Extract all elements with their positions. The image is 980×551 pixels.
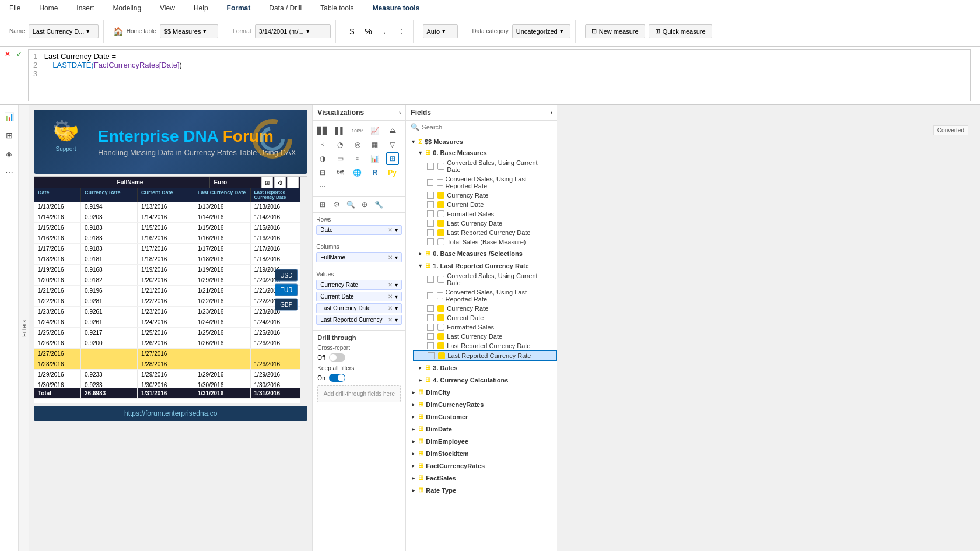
name-control[interactable]: Last Currency D... ▾ bbox=[29, 24, 99, 38]
field-formatted-sales-base[interactable]: Formatted Sales bbox=[413, 209, 557, 219]
menu-data-drill[interactable]: Data / Drill bbox=[264, 2, 306, 15]
formula-cancel-icon[interactable]: ✕ bbox=[5, 50, 14, 59]
group-dimcurrencyrates-header[interactable]: ► ⊞ DimCurrencyRates bbox=[406, 399, 557, 410]
fields-search-bar[interactable]: 🔍 bbox=[406, 121, 557, 134]
columns-field-item[interactable]: FullName ✕ ▾ bbox=[316, 252, 402, 262]
field-checkbox[interactable] bbox=[427, 238, 434, 245]
viz-bar-chart-icon[interactable]: ▊▊ bbox=[316, 124, 329, 137]
field-last-reported-currency-date-2[interactable]: Last Reported Currency Date bbox=[413, 341, 557, 350]
home-table-control[interactable]: $$ Measures ▾ bbox=[160, 24, 218, 38]
field-currency-rate-2[interactable]: Currency Rate bbox=[413, 304, 557, 313]
group-dates-header[interactable]: ► ⊞ 3. Dates bbox=[413, 362, 557, 373]
field-checkbox[interactable] bbox=[427, 192, 434, 199]
viz-pie-icon[interactable]: ◔ bbox=[334, 138, 346, 151]
rows-field-dropdown-icon[interactable]: ▾ bbox=[395, 227, 398, 233]
group-dimcity-header[interactable]: ► ⊞ DimCity bbox=[406, 387, 557, 398]
field-checkbox[interactable] bbox=[427, 314, 434, 321]
menu-view[interactable]: View bbox=[155, 2, 180, 15]
field-checkbox[interactable] bbox=[427, 229, 434, 236]
field-checkbox[interactable] bbox=[427, 201, 434, 208]
add-drill-fields-area[interactable]: Add drill-through fields here bbox=[317, 385, 401, 402]
field-currency-rate-base[interactable]: Currency Rate bbox=[413, 191, 557, 200]
viz-tool2-icon[interactable]: ⚙ bbox=[330, 198, 343, 211]
field-current-date-base[interactable]: Current Date bbox=[413, 200, 557, 209]
menu-format[interactable]: Format bbox=[222, 2, 256, 15]
values-field-2-remove-btn[interactable]: ✕ bbox=[388, 293, 393, 300]
viz-gauge-icon[interactable]: ◑ bbox=[316, 152, 329, 165]
viz-matrix-icon[interactable]: ⊟ bbox=[316, 166, 329, 179]
values-field-item-4[interactable]: Last Reported Currency ✕ ▾ bbox=[316, 315, 402, 325]
table-scrollbar[interactable] bbox=[300, 177, 307, 403]
field-current-date-2[interactable]: Current Date bbox=[413, 313, 557, 322]
group-base-measures-header[interactable]: ▼ ⊞ 0. Base Measures bbox=[413, 147, 557, 158]
values-field-1-remove-btn[interactable]: ✕ bbox=[388, 282, 393, 288]
values-field-1-dropdown-icon[interactable]: ▾ bbox=[395, 282, 398, 288]
table-more-btn[interactable]: ⋯ bbox=[287, 177, 299, 188]
values-field-item-3[interactable]: Last Currency Date ✕ ▾ bbox=[316, 303, 402, 313]
comma-icon-btn[interactable]: , bbox=[378, 24, 392, 38]
keep-filters-toggle[interactable] bbox=[329, 374, 345, 382]
viz-tool4-icon[interactable]: ⊕ bbox=[358, 198, 371, 211]
values-field-4-remove-btn[interactable]: ✕ bbox=[388, 317, 393, 323]
viz-stacked-bar-icon[interactable]: ▌▌ bbox=[334, 124, 346, 137]
viz-card-icon[interactable]: ▭ bbox=[334, 152, 346, 165]
sidebar-model-icon[interactable]: ◈ bbox=[2, 147, 16, 161]
rows-field-item[interactable]: Date ✕ ▾ bbox=[316, 225, 402, 235]
field-checkbox[interactable] bbox=[428, 352, 435, 359]
viz-line-icon[interactable]: 📈 bbox=[369, 124, 382, 137]
field-checkbox[interactable] bbox=[427, 276, 434, 283]
field-checkbox[interactable] bbox=[427, 292, 433, 299]
field-checkbox[interactable] bbox=[427, 210, 434, 217]
eur-button[interactable]: EUR bbox=[275, 284, 298, 296]
field-converted-sales-current[interactable]: Converted Sales, Using Current Date bbox=[413, 158, 557, 174]
viz-100pct-bar-icon[interactable]: 100% bbox=[351, 124, 364, 137]
field-total-sales-base[interactable]: Total Sales (Base Measure) bbox=[413, 237, 557, 247]
viz-tool5-icon[interactable]: 🔧 bbox=[372, 198, 385, 211]
menu-help[interactable]: Help bbox=[189, 2, 213, 15]
field-converted-sales-last[interactable]: Converted Sales, Using Last Reported Rat… bbox=[413, 174, 557, 191]
viz-table-icon[interactable]: ⊞ bbox=[386, 152, 399, 165]
values-field-item-2[interactable]: Current Date ✕ ▾ bbox=[316, 292, 402, 301]
more-format-btn[interactable]: ⋮ bbox=[394, 24, 408, 38]
group-currency-calc-header[interactable]: ► ⊞ 4. Currency Calculations bbox=[413, 374, 557, 385]
menu-measure-tools[interactable]: Measure tools bbox=[368, 2, 425, 15]
gbp-button[interactable]: GBP bbox=[275, 299, 298, 311]
currency-icon-btn[interactable]: $ bbox=[345, 24, 359, 38]
search-input[interactable] bbox=[422, 124, 552, 131]
group-dimdate-header[interactable]: ► ⊞ DimDate bbox=[406, 423, 557, 434]
formula-confirm-icon[interactable]: ✓ bbox=[16, 50, 26, 59]
table-body[interactable]: 1/13/2016 0.9194 1/13/2016 1/13/2016 1/1… bbox=[34, 202, 307, 388]
sidebar-dax-icon[interactable]: ⋯ bbox=[2, 166, 16, 180]
viz-filled-map-icon[interactable]: 🌐 bbox=[351, 166, 364, 179]
values-field-3-remove-btn[interactable]: ✕ bbox=[388, 305, 393, 311]
viz-r-icon[interactable]: R bbox=[369, 166, 382, 179]
field-last-currency-date-base[interactable]: Last Currency Date bbox=[413, 219, 557, 228]
field-checkbox[interactable] bbox=[427, 305, 434, 312]
data-category-control[interactable]: Uncategorized ▾ bbox=[512, 24, 570, 38]
values-field-3-dropdown-icon[interactable]: ▾ bbox=[395, 305, 398, 311]
field-checkbox[interactable] bbox=[427, 220, 434, 227]
cross-report-toggle[interactable] bbox=[329, 353, 345, 362]
format-control[interactable]: 3/14/2001 (m/... ▾ bbox=[255, 24, 331, 38]
group-ratetype-header[interactable]: ► ⊞ Rate Type bbox=[406, 485, 557, 496]
field-converted-sales-current-2[interactable]: Converted Sales, Using Current Date bbox=[413, 271, 557, 287]
field-checkbox[interactable] bbox=[427, 324, 434, 331]
field-checkbox[interactable] bbox=[427, 333, 434, 340]
menu-file[interactable]: File bbox=[5, 2, 25, 15]
viz-funnel-icon[interactable]: ▽ bbox=[386, 138, 399, 151]
currency-buttons[interactable]: USD EUR GBP bbox=[275, 269, 298, 311]
viz-tool1-icon[interactable]: ⊞ bbox=[316, 198, 329, 211]
sidebar-data-icon[interactable]: ⊞ bbox=[2, 128, 16, 142]
viz-multirow-card-icon[interactable]: ≡ bbox=[351, 152, 364, 165]
group-last-reported-header[interactable]: ▼ ⊞ 1. Last Reported Currency Rate bbox=[413, 260, 557, 271]
menu-modeling[interactable]: Modeling bbox=[108, 2, 146, 15]
formula-editor[interactable]: 1 Last Currency Date = 2 LASTDATE(FactCu… bbox=[28, 49, 971, 101]
usd-button[interactable]: USD bbox=[275, 269, 298, 282]
field-formatted-sales-2[interactable]: Formatted Sales bbox=[413, 322, 557, 332]
fields-panel-collapse-icon[interactable]: › bbox=[551, 110, 552, 116]
field-converted-sales-last-2[interactable]: Converted Sales, Using Last Reported Rat… bbox=[413, 287, 557, 304]
viz-map-icon[interactable]: 🗺 bbox=[334, 166, 346, 179]
viz-donut-icon[interactable]: ◎ bbox=[351, 138, 364, 151]
group-factcurrencyrates-header[interactable]: ► ⊞ FactCurrencyRates bbox=[406, 460, 557, 471]
field-checkbox[interactable] bbox=[427, 163, 434, 170]
